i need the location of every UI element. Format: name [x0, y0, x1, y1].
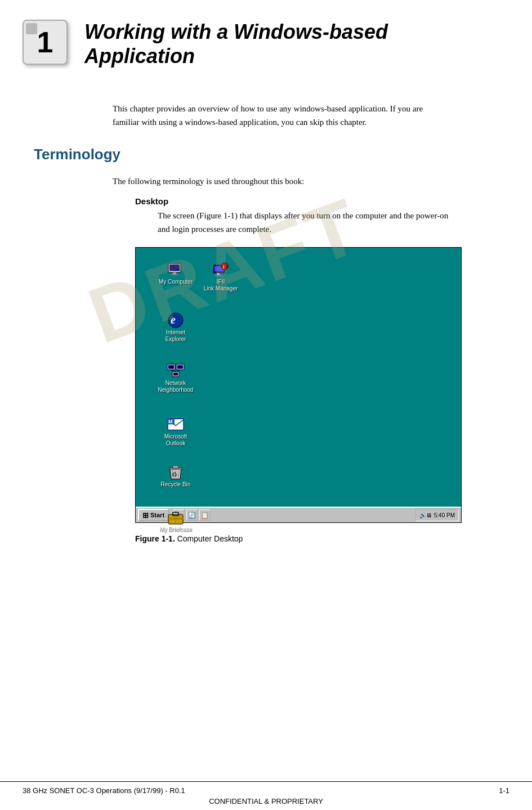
svg-rect-3: [171, 274, 178, 275]
svg-rect-2: [173, 272, 176, 274]
svg-rect-13: [168, 365, 174, 369]
chapter-icon: 1: [23, 20, 68, 65]
recycle-bin-label: Recycle Bin: [161, 481, 191, 488]
term-name: Desktop: [135, 196, 498, 206]
desktop-icon-ie: e InternetExplorer: [156, 311, 195, 343]
intro-paragraph: This chapter provides an overview of how…: [113, 102, 450, 129]
ie-label: InternetExplorer: [165, 329, 186, 343]
system-tray-icons: 🔊🖥: [419, 512, 432, 518]
figure-container: My Computer i IFIILink Manager: [135, 247, 462, 523]
desktop-icon-recycle-bin: ♻ Recycle Bin: [156, 463, 195, 488]
link-manager-icon: i: [212, 261, 230, 279]
svg-text:♻: ♻: [172, 471, 177, 478]
svg-rect-15: [177, 365, 183, 369]
network-icon: [167, 362, 185, 380]
svg-rect-7: [215, 275, 221, 276]
section-heading: Terminology: [34, 146, 498, 163]
svg-text:M: M: [168, 419, 173, 424]
desktop-icon-network: NetworkNeighborhood: [156, 362, 195, 393]
my-computer-icon: [167, 261, 185, 279]
figure-caption-label: Figure 1-1.: [135, 534, 175, 543]
footer-left: 38 GHz SONET OC-3 Operations (9/17/99) -…: [23, 786, 185, 795]
outlook-icon: M: [167, 415, 185, 433]
link-manager-label: IFIILink Manager: [204, 279, 238, 292]
section-intro: The following terminology is used throug…: [113, 174, 498, 188]
chapter-title: Working with a Windows-based Application: [84, 17, 479, 68]
svg-rect-6: [217, 273, 220, 275]
figure-caption-text: Computer Desktop: [177, 534, 243, 543]
figure-caption: Figure 1-1. Computer Desktop: [135, 534, 498, 543]
system-tray: 🔊🖥 5:40 PM: [415, 509, 459, 521]
footer-right: 1-1: [499, 786, 509, 795]
outlook-label: MicrosoftOutlook: [164, 433, 187, 447]
network-label: NetworkNeighborhood: [158, 380, 194, 393]
desktop-icon-briefcase: My Briefcase: [156, 508, 195, 533]
term-definition: The screen (Figure 1-1) that displays af…: [158, 209, 450, 236]
svg-rect-1: [169, 265, 180, 271]
start-windows-icon: ⊞: [142, 511, 149, 520]
briefcase-icon: [167, 508, 185, 526]
svg-point-8: [221, 263, 228, 270]
svg-text:e: e: [171, 314, 176, 326]
footer-sub: CONFIDENTIAL & PROPRIETARY: [23, 797, 509, 805]
desktop-icon-outlook: M MicrosoftOutlook: [156, 415, 195, 447]
system-clock: 5:40 PM: [434, 512, 455, 518]
ie-icon: e: [167, 311, 185, 329]
page-header: 1 Working with a Windows-based Applicati…: [0, 0, 532, 79]
footer-main: 38 GHz SONET OC-3 Operations (9/17/99) -…: [23, 786, 509, 795]
taskbar-icon-3[interactable]: 📋: [199, 509, 211, 521]
my-computer-label: My Computer: [159, 279, 193, 285]
briefcase-label: My Briefcase: [159, 526, 192, 533]
desktop-area: My Computer i IFIILink Manager: [136, 248, 461, 507]
svg-rect-24: [173, 466, 178, 468]
svg-rect-17: [173, 373, 178, 375]
recycle-bin-icon: ♻: [167, 463, 185, 481]
desktop-icon-link-manager: i IFIILink Manager: [201, 261, 240, 292]
page-footer: 38 GHz SONET OC-3 Operations (9/17/99) -…: [0, 781, 532, 810]
desktop-icon-my-computer: My Computer: [156, 261, 195, 285]
content-area: This chapter provides an overview of how…: [0, 79, 532, 566]
